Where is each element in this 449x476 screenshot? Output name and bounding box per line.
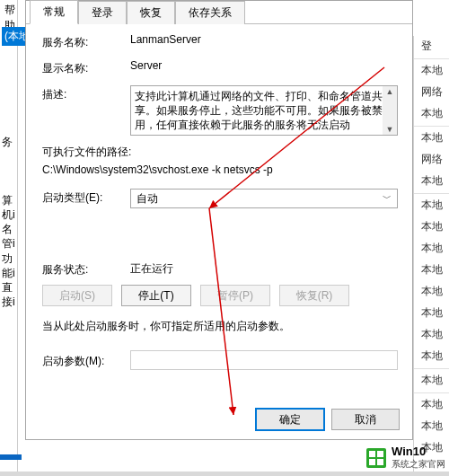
description-scrollbar[interactable]: ▲ ▼ <box>383 86 397 135</box>
bottom-bar-fragment <box>0 472 449 476</box>
bg-service-row[interactable]: 本地 <box>414 303 449 324</box>
tab-0[interactable]: 常规 <box>30 0 78 24</box>
bg-service-row[interactable]: 本地 <box>414 60 449 82</box>
dialog-content: 服务名称: LanmanServer 显示名称: Server 描述: 支持此计… <box>26 24 412 388</box>
watermark-subtitle: 系统之家官网 <box>392 458 445 471</box>
startup-type-row: 启动类型(E): 自动 ﹀ <box>42 189 398 208</box>
startup-params-row: 启动参数(M): <box>42 350 398 370</box>
startup-type-select[interactable]: 自动 ﹀ <box>130 189 398 208</box>
bg-service-row[interactable]: 本地 <box>414 324 449 346</box>
bg-service-row[interactable]: 本地 <box>414 394 449 416</box>
exe-path-label: 可执行文件的路径: <box>42 145 398 160</box>
scroll-down-icon[interactable]: ▼ <box>386 124 394 135</box>
bg-service-row[interactable]: 本地 <box>414 195 449 216</box>
taskbar-fragment <box>0 454 22 460</box>
exe-path-value: C:\Windows\system32\svchost.exe -k netsv… <box>42 163 398 176</box>
cancel-button[interactable]: 取消 <box>331 409 400 430</box>
bg-service-row[interactable]: 本地 <box>414 370 449 392</box>
bg-service-row[interactable]: 本地 <box>414 103 449 125</box>
description-text: 支持此计算机通过网络的文件、打印、和命名管道共享。如果服务停止，这些功能不可用。… <box>135 90 383 131</box>
display-name-label: 显示名称: <box>42 59 130 76</box>
tab-1[interactable]: 登录 <box>78 1 127 24</box>
service-properties-dialog: 常规登录恢复依存关系 服务名称: LanmanServer 显示名称: Serv… <box>25 0 413 440</box>
description-row: 描述: 支持此计算机通过网络的文件、打印、和命名管道共享。如果服务停止，这些功能… <box>42 85 398 136</box>
tab-2[interactable]: 恢复 <box>127 1 175 24</box>
startup-params-label: 启动参数(M): <box>42 352 130 369</box>
service-control-buttons: 启动(S) 停止(T) 暂停(P) 恢复(R) <box>42 285 398 306</box>
service-name-label: 服务名称: <box>42 33 130 50</box>
pause-button: 暂停(P) <box>200 285 270 306</box>
bg-service-row[interactable]: 本地 <box>414 216 449 238</box>
bg-service-row[interactable]: 登 <box>414 36 449 57</box>
resume-button: 恢复(R) <box>279 285 349 306</box>
bg-service-row[interactable]: 本地 <box>414 346 449 367</box>
description-textbox[interactable]: 支持此计算机通过网络的文件、打印、和命名管道共享。如果服务停止，这些功能不可用。… <box>130 85 398 136</box>
bg-service-row[interactable]: 网络 <box>414 149 449 171</box>
service-status-label: 服务状态: <box>42 260 130 278</box>
bg-service-row[interactable]: 本地 <box>414 238 449 260</box>
exe-path-block: 可执行文件的路径: C:\Windows\system32\svchost.ex… <box>42 145 398 176</box>
watermark-title: Win10 <box>392 445 426 458</box>
service-name-row: 服务名称: LanmanServer <box>42 33 398 50</box>
start-button: 启动(S) <box>42 285 112 306</box>
startup-type-label: 启动类型(E): <box>42 189 130 206</box>
dialog-tabs: 常规登录恢复依存关系 <box>26 1 412 24</box>
stop-button[interactable]: 停止(T) <box>121 285 191 306</box>
bg-service-row[interactable]: 本地 <box>414 171 449 192</box>
bg-service-row[interactable]: 网络 <box>414 82 449 103</box>
bg-service-row[interactable]: 本地 <box>414 416 449 437</box>
bg-service-row[interactable]: 本地 <box>414 260 449 281</box>
service-name-value: LanmanServer <box>130 33 398 46</box>
scroll-up-icon[interactable]: ▲ <box>386 86 394 97</box>
startup-params-input <box>130 350 398 370</box>
display-name-value: Server <box>130 59 398 72</box>
watermark: Win10 系统之家官网 <box>366 445 445 471</box>
background-service-list-fragment: 登本地网络本地本地网络本地本地本地本地本地本地本地本地本地本地本地本地本地 <box>413 36 449 476</box>
description-label: 描述: <box>42 85 130 102</box>
chevron-down-icon: ﹀ <box>383 192 392 205</box>
tab-3[interactable]: 依存关系 <box>175 1 245 24</box>
service-status-row: 服务状态: 正在运行 <box>42 260 398 278</box>
dialog-bottom-buttons: 确定 取消 <box>256 409 400 430</box>
startup-type-value: 自动 <box>136 191 158 207</box>
ok-button[interactable]: 确定 <box>256 409 324 430</box>
startup-params-hint: 当从此处启动服务时，你可指定所适用的启动参数。 <box>42 319 398 334</box>
service-status-value: 正在运行 <box>130 261 173 277</box>
display-name-row: 显示名称: Server <box>42 59 398 76</box>
left-pane-text-fragment: 务 算机i 名管i 功能i 直接i <box>0 135 18 309</box>
bg-service-row[interactable]: 本地 <box>414 281 449 303</box>
bg-service-row[interactable]: 本地 <box>414 128 449 149</box>
windows-icon <box>366 448 386 468</box>
